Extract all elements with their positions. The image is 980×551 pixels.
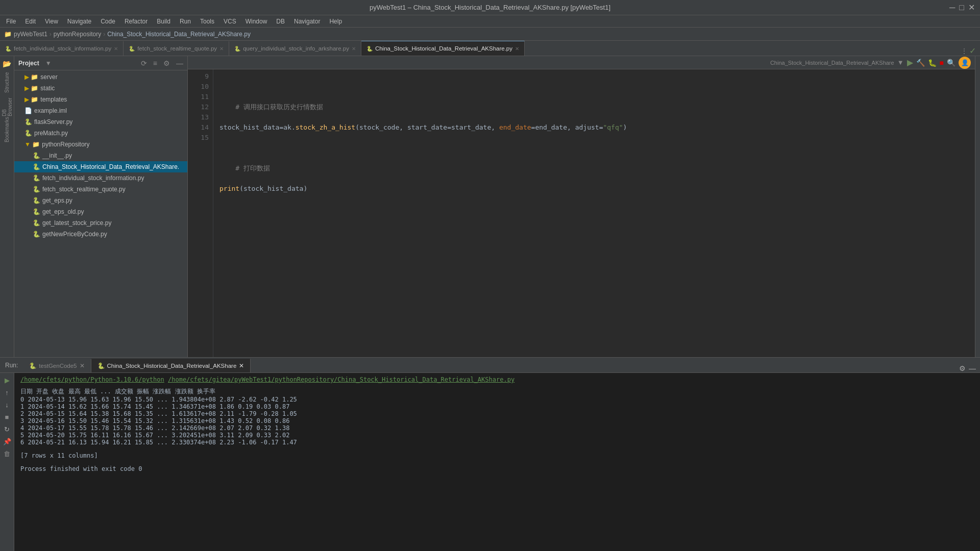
close-button[interactable]: ✕ <box>968 3 975 12</box>
py-icon: 🐍 <box>33 152 40 159</box>
tree-item-getnewprice[interactable]: 🐍 getNewPriceByCode.py <box>14 229 187 240</box>
tree-item-prematch[interactable]: 🐍 preMatch.py <box>14 128 187 139</box>
breadcrumb-folder[interactable]: pythonRepository <box>54 31 101 38</box>
code-area[interactable]: 9 10 11 12 13 14 15 # 调用接口获取历史行情数据 stock… <box>188 69 975 357</box>
code-content[interactable]: # 调用接口获取历史行情数据 stock_hist_data = ak.stoc… <box>213 69 975 357</box>
collapse-icon[interactable]: ≡ <box>153 59 157 67</box>
menu-tools[interactable]: Tools <box>196 17 218 26</box>
breadcrumb: 📁 pyWebTest1 › pythonRepository › China_… <box>0 28 980 41</box>
menu-vcs[interactable]: VCS <box>219 17 240 26</box>
more-tabs-button[interactable]: ⋮ <box>961 47 967 55</box>
menu-edit[interactable]: Edit <box>21 17 40 26</box>
debug-button[interactable]: 🐛 <box>928 59 937 67</box>
tab-label: fetch_stock_realtime_quote.py <box>137 45 217 52</box>
tab-china-stock-active[interactable]: 🐍 China_Stock_Historical_Data_Retrieval_… <box>361 41 525 56</box>
maximize-button[interactable]: □ <box>959 3 964 12</box>
menu-navigator[interactable]: Navigator <box>290 17 324 26</box>
tree-item-pythonrepository[interactable]: ▼ 📁 pythonRepository <box>14 139 187 150</box>
dropdown-icon[interactable]: ▼ <box>897 59 904 66</box>
py-icon: 🐍 <box>24 118 32 126</box>
run-tab-testgencode5[interactable]: 🐍 testGenCode5 ✕ <box>23 359 91 372</box>
tree-item-get-latest[interactable]: 🐍 get_latest_stock_price.py <box>14 217 187 229</box>
run-play-button[interactable]: ▶ <box>2 375 12 385</box>
tree-item-get-eps-old[interactable]: 🐍 get_eps_old.py <box>14 206 187 217</box>
python-path-link[interactable]: /home/cfets/python/Python-3.10.6/python <box>20 376 164 383</box>
terminal-output[interactable]: /home/cfets/python/Python-3.10.6/python … <box>14 373 980 551</box>
tree-item-fetch-individual[interactable]: 🐍 fetch_individual_stock_information.py <box>14 172 187 184</box>
scroll-down-button[interactable]: ↓ <box>2 399 12 410</box>
menu-db[interactable]: DB <box>272 17 289 26</box>
script-path-link[interactable]: /home/cfets/gitea/pyWebTest1/pythonRepos… <box>168 376 514 383</box>
window-title: pyWebTest1 – China_Stock_Historical_Data… <box>370 4 610 11</box>
run-button[interactable]: ▶ <box>907 58 913 67</box>
run-tab-icon: 🐍 <box>97 362 105 369</box>
table-row-5: 5 2024-05-20 15.75 16.11 16.16 15.67 ...… <box>20 432 974 439</box>
project-icon[interactable]: 📂 <box>2 58 13 69</box>
path-line: /home/cfets/python/Python-3.10.6/python … <box>20 376 974 383</box>
structure-tab[interactable]: Structure <box>4 72 10 93</box>
rerun-button[interactable]: ↻ <box>2 424 12 434</box>
table-row-0: 0 2024-05-13 15.96 15.63 15.96 15.50 ...… <box>20 396 974 403</box>
user-avatar[interactable]: 👤 <box>959 57 971 69</box>
close-run-panel-icon[interactable]: — <box>969 364 976 372</box>
menu-file[interactable]: File <box>2 17 20 26</box>
tree-item-flaskserver[interactable]: 🐍 flaskServer.py <box>14 116 187 128</box>
tree-item-init[interactable]: 🐍 __init__.py <box>14 150 187 161</box>
minimize-button[interactable]: ─ <box>949 3 955 12</box>
code-line-10: # 调用接口获取历史行情数据 <box>219 102 969 112</box>
code-line-9 <box>219 82 969 92</box>
tree-item-example-iml[interactable]: 📄 example.iml <box>14 105 187 116</box>
tree-item-static[interactable]: ▶ 📁 static <box>14 83 187 94</box>
tree-item-templates[interactable]: ▶ 📁 templates <box>14 94 187 105</box>
py-file-icon: 🐍 <box>366 46 373 52</box>
search-button[interactable]: 🔍 <box>947 59 955 67</box>
tree-item-fetch-realtime[interactable]: 🐍 fetch_stock_realtime_quote.py <box>14 184 187 195</box>
project-tree: ▶ 📁 server ▶ 📁 static ▶ 📁 templates 📄 ex… <box>14 70 187 357</box>
run-tab-close[interactable]: ✕ <box>239 362 244 369</box>
table-header: 日期 开盘 收盘 最高 最低 ... 成交额 振幅 涨跌幅 涨跌额 换手率 <box>20 387 974 396</box>
tree-item-china-stock[interactable]: 🐍 China_Stock_Historical_Data_Retrieval_… <box>14 161 187 172</box>
editor-and-sidebar: 📂 Structure DB Browser Bookmarks Project… <box>0 56 980 357</box>
breadcrumb-root[interactable]: 📁 <box>4 31 12 38</box>
build-button[interactable]: 🔨 <box>916 59 925 67</box>
run-tab-icon: 🐍 <box>29 362 36 369</box>
project-panel: Project ▼ ⟳ ≡ ⚙ — ▶ 📁 server ▶ 📁 static <box>14 56 188 357</box>
scroll-up-button[interactable]: ↑ <box>2 387 12 397</box>
py-icon: 🐍 <box>33 163 40 170</box>
sync-icon[interactable]: ⟳ <box>141 59 147 67</box>
breadcrumb-file[interactable]: China_Stock_Historical_Data_Retrieval_AK… <box>107 31 251 38</box>
run-tab-close[interactable]: ✕ <box>80 362 85 369</box>
trash-button[interactable]: 🗑 <box>2 448 12 459</box>
menu-run[interactable]: Run <box>176 17 195 26</box>
editor-tabs: 🐍 fetch_individual_stock_information.py … <box>0 41 980 56</box>
settings-icon[interactable]: ⚙ <box>163 59 170 67</box>
db-browser-tab[interactable]: DB Browser <box>2 96 13 116</box>
minimize-panel-icon[interactable]: — <box>176 59 183 67</box>
settings-icon[interactable]: ⚙ <box>959 364 966 372</box>
menu-refactor[interactable]: Refactor <box>120 17 152 26</box>
code-editor: China_Stock_Historical_Data_Retrieval_AK… <box>188 56 975 357</box>
tab-fetch-individual[interactable]: 🐍 fetch_individual_stock_information.py … <box>0 41 124 56</box>
stop-run-button[interactable]: ■ <box>2 412 12 422</box>
code-line-13: # 打印数据 <box>219 163 969 173</box>
menu-window[interactable]: Window <box>241 17 272 26</box>
tab-close[interactable]: ✕ <box>219 46 224 52</box>
tab-query-individual[interactable]: 🐍 query_individual_stock_info_arkshare.p… <box>229 41 361 56</box>
menu-navigate[interactable]: Navigate <box>63 17 95 26</box>
run-tab-china-stock[interactable]: 🐍 China_Stock_Historical_Data_Retrieval_… <box>91 359 251 372</box>
menu-code[interactable]: Code <box>96 17 119 26</box>
menu-help[interactable]: Help <box>325 17 346 26</box>
tab-fetch-realtime[interactable]: 🐍 fetch_stock_realtime_quote.py ✕ <box>124 41 229 56</box>
tab-close[interactable]: ✕ <box>352 46 356 52</box>
pin-button[interactable]: 📌 <box>2 436 12 446</box>
stop-button[interactable]: ■ <box>940 59 944 67</box>
py-icon: 🐍 <box>33 186 40 193</box>
tab-close[interactable]: ✕ <box>114 46 118 52</box>
tree-item-server[interactable]: ▶ 📁 server <box>14 71 187 83</box>
breadcrumb-project[interactable]: pyWebTest1 <box>14 31 47 38</box>
menu-build[interactable]: Build <box>153 17 175 26</box>
menu-view[interactable]: View <box>41 17 62 26</box>
tree-item-get-eps[interactable]: 🐍 get_eps.py <box>14 195 187 206</box>
tab-close[interactable]: ✕ <box>515 46 519 52</box>
bookmarks-tab[interactable]: Bookmarks <box>4 119 10 140</box>
